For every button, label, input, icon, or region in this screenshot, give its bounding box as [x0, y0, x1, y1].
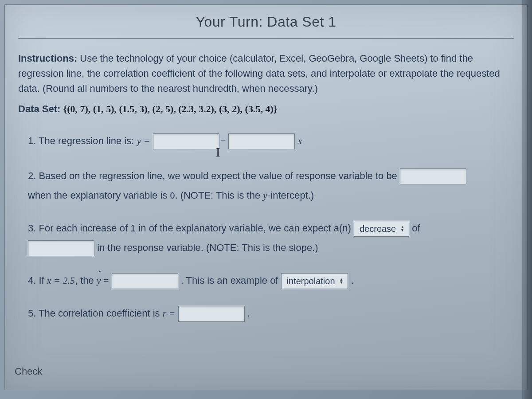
instructions-label: Instructions: — [18, 53, 77, 64]
question-4: 4. If x = 2.5, the y = . This is an exam… — [18, 271, 514, 290]
q4-period: . — [351, 275, 354, 286]
screen-right-edge — [522, 0, 532, 399]
q2-zero: 0 — [170, 190, 175, 201]
q5-r-input[interactable] — [178, 306, 245, 322]
question-5: 5. The correlation coefficient is r = . — [18, 304, 514, 323]
q3-line2: in the response variable. (NOTE: This is… — [97, 242, 318, 253]
q2-value-input[interactable] — [400, 168, 466, 184]
q3-line1: 3. For each increase of 1 in of the expl… — [28, 223, 354, 234]
q3-of: of — [412, 223, 420, 234]
q2-line2b: . (NOTE: This is the — [175, 190, 263, 201]
q3-direction-select[interactable]: decrease ▲▼ — [354, 221, 409, 237]
question-1: 1. The regression line is: y = I − x — [18, 126, 514, 153]
q5-prefix: 5. The correlation coefficient is — [28, 308, 163, 319]
q4-comma-the: , the — [75, 275, 97, 286]
q5-r-eq: r = — [163, 308, 176, 319]
text-cursor-icon: I — [216, 145, 220, 159]
select-arrows-icon: ▲▼ — [340, 278, 344, 284]
q4-yhat-eq: = — [101, 275, 109, 286]
q1-intercept-input[interactable] — [153, 133, 219, 149]
page-title: Your Turn: Data Set 1 — [18, 14, 514, 30]
title-divider — [18, 38, 514, 39]
q4-x-eq: x = 2.5 — [47, 275, 75, 286]
check-button[interactable]: Check — [9, 362, 47, 381]
question-2: 2. Based on the regression line, we woul… — [18, 166, 514, 205]
q2-line2c: -intercept.) — [267, 190, 314, 201]
select-arrows-icon: ▲▼ — [400, 226, 404, 232]
q4-yhat-input[interactable] — [112, 273, 178, 289]
q4-middle: . This is an example of — [181, 275, 281, 286]
q3-select-value: decrease — [360, 220, 396, 238]
q1-y-equals: y = — [137, 135, 150, 146]
instructions-text: Instructions: Use the technology of your… — [18, 51, 514, 96]
instructions-body: Use the technology of your choice (calcu… — [18, 53, 500, 94]
q4-prefix: 4. If — [28, 275, 47, 286]
dataset-value: {(0, 7), (1, 5), (1.5, 3), (2, 5), (2.3,… — [63, 103, 277, 114]
q1-minus: − — [220, 135, 226, 146]
q2-line1: 2. Based on the regression line, we woul… — [28, 170, 400, 181]
q1-prefix: 1. The regression line is: — [28, 135, 137, 146]
question-3: 3. For each increase of 1 in of the expl… — [18, 219, 514, 258]
q1-slope-input[interactable] — [228, 133, 295, 149]
q1-x: x — [298, 135, 302, 146]
q5-period: . — [247, 308, 250, 319]
q3-amount-input[interactable] — [28, 240, 94, 256]
dataset-label: Data Set: — [18, 103, 63, 114]
q2-y-var: y — [263, 190, 267, 201]
q2-line2a: when the explanatory variable is — [28, 190, 170, 201]
q4-select-value: interpolation — [287, 272, 335, 290]
q4-type-select[interactable]: interpolation ▲▼ — [281, 273, 348, 289]
dataset-row: Data Set: {(0, 7), (1, 5), (1.5, 3), (2,… — [18, 103, 514, 115]
q4-yhat: y — [97, 271, 101, 290]
